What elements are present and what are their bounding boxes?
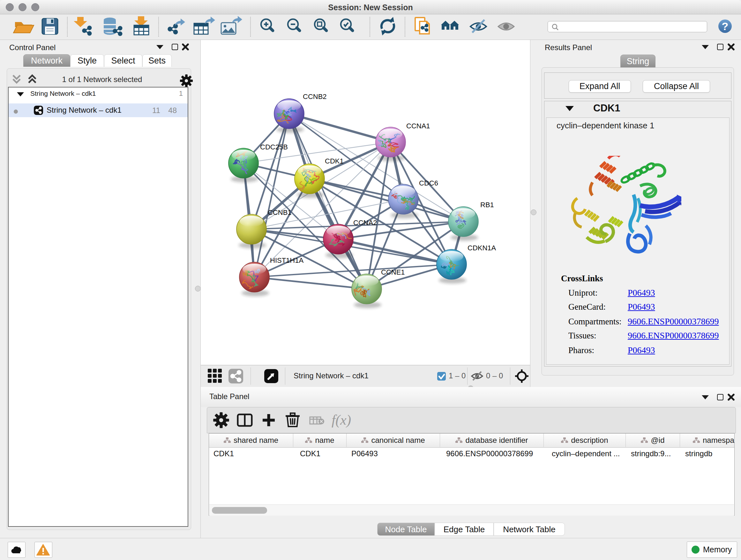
svg-text:CDC6: CDC6 [419,179,438,187]
svg-text:HIST1H1A: HIST1H1A [270,256,304,264]
svg-text:CDC25B: CDC25B [260,143,288,151]
svg-text:CCNB1: CCNB1 [268,208,292,216]
svg-text:CDK1: CDK1 [325,157,344,165]
svg-text:CCNB2: CCNB2 [303,92,327,101]
svg-text:CDKN1A: CDKN1A [468,244,496,252]
svg-text:CCNE1: CCNE1 [381,268,405,276]
svg-text:CCNA2: CCNA2 [353,219,377,227]
svg-text:f(x): f(x) [332,412,351,428]
svg-text:?: ? [722,20,729,32]
svg-text:CCNA1: CCNA1 [406,122,430,130]
svg-text:RB1: RB1 [480,201,494,209]
